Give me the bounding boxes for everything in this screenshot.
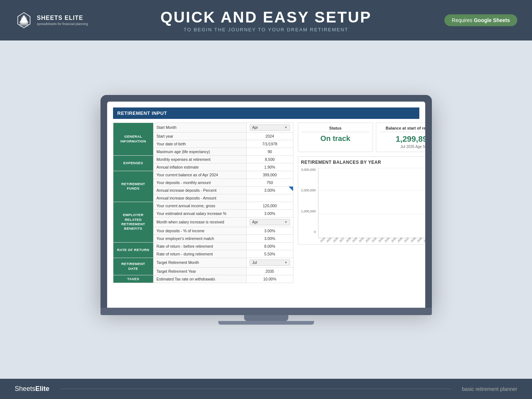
label-target-year: Target Retirement Year: [154, 267, 247, 275]
table-row: RETIREMENT DATE Target Retirement Month …: [113, 258, 293, 267]
value-start-month[interactable]: Apr ▼: [247, 123, 293, 132]
value-salary-increase: 3.00%: [247, 209, 293, 217]
logo-text: SHEETS ELITE spreadsheets for financial …: [37, 14, 88, 26]
status-value: On track: [301, 134, 370, 143]
table-row: RETIREMENT FUNDS Your current balance as…: [113, 171, 293, 179]
chart-area: 3,000,000 2,000,000 1,000,000 0: [301, 168, 425, 241]
label-max-age: Maximum age (life expectancy): [154, 148, 247, 155]
value-rate-before: 8.00%: [247, 242, 293, 250]
brand-tagline: spreadsheets for financial planning: [37, 22, 88, 27]
chart-y-labels: 3,000,000 2,000,000 1,000,000 0: [301, 168, 316, 241]
dropdown-value: Apr: [252, 126, 258, 130]
chart-bars-container: 2024202520262027202820292030203120322033…: [318, 168, 425, 241]
value-target-month[interactable]: Jul ▼: [247, 258, 293, 267]
logo-area: SHEETS ELITE spreadsheets for financial …: [15, 11, 88, 29]
value-inflation: 1.90%: [247, 163, 293, 171]
label-annual-increase-amt: Annual increase deposits - Amount: [154, 194, 247, 202]
status-section: Status On track Balance at start of reti…: [298, 123, 425, 152]
input-table: GENERAL INFORMATION Start Month Apr ▼: [113, 123, 293, 283]
spreadsheet-body: GENERAL INFORMATION Start Month Apr ▼: [113, 123, 419, 283]
label-monthly-deposit: Your deposits - monthly amount: [154, 179, 247, 186]
y-label-2m: 2,000,000: [301, 188, 316, 192]
value-tax-rate: 10.00%: [247, 275, 293, 283]
chevron-down-icon: ▼: [285, 126, 288, 129]
value-annual-increase-amt: [247, 194, 293, 202]
logo-icon: [15, 11, 33, 29]
footer-brand: SheetsElite: [15, 385, 49, 393]
table-row: RATE OF RETURN Rate of return - before r…: [113, 242, 293, 250]
label-annual-income: Your current annual income, gross: [154, 202, 247, 209]
category-expenses: EXPENSES: [113, 155, 154, 171]
label-pct-income: Your deposits - % of income: [154, 227, 247, 234]
label-inflation: Annual inflation estimate: [154, 163, 247, 171]
label-employer-match: Your employer's retirement match: [154, 234, 247, 242]
category-taxes: TAXES: [113, 275, 154, 283]
grid-line-mid1: [318, 191, 425, 191]
balance-box: Balance at start of retirement 1,299,891…: [376, 123, 425, 152]
footer-brand-bold: Elite: [35, 385, 49, 392]
category-retirement-funds: RETIREMENT FUNDS: [113, 171, 154, 202]
value-dob: 7/1/1978: [247, 140, 293, 148]
label-start-year: Start year: [154, 132, 247, 140]
main-title: QUICK AND EASY SETUP: [161, 8, 371, 26]
laptop-stand: [244, 315, 288, 321]
brand-name: SHEETS ELITE: [37, 14, 88, 22]
badge-bold: Google Sheets: [474, 17, 510, 23]
label-monthly-expenses: Monthly expenses at retirement: [154, 155, 247, 163]
status-label: Status: [301, 126, 370, 132]
label-salary-increase: Your estimated annual salary increase %: [154, 209, 247, 217]
value-annual-income: 120,000: [247, 202, 293, 209]
chart-grid: [318, 168, 425, 238]
category-rate: RATE OF RETURN: [113, 242, 154, 258]
value-current-balance: 399,000: [247, 171, 293, 179]
label-start-month: Start Month: [154, 123, 247, 132]
value-employer-match: 3.00%: [247, 234, 293, 242]
grid-line-top: [318, 168, 425, 168]
status-box: Status On track: [298, 123, 373, 152]
label-target-month: Target Retirement Month: [154, 258, 247, 267]
footer-divider: [60, 389, 451, 389]
dropdown-value: Apr: [252, 220, 258, 224]
laptop-foot: [218, 321, 314, 325]
label-salary-month: Month when salary increase is received: [154, 217, 247, 227]
y-label-0: 0: [301, 230, 316, 234]
table-row: EMPLOYER RELATED RETIREMENT BENEFITS You…: [113, 202, 293, 209]
value-monthly-deposit: 750: [247, 179, 293, 186]
chevron-down-icon: ▼: [285, 261, 288, 264]
value-target-year: 2035: [247, 267, 293, 275]
label-rate-during: Rate of return - during retirement: [154, 250, 247, 258]
category-retirement-date: RETIREMENT DATE: [113, 258, 154, 275]
right-panel: Status On track Balance at start of reti…: [298, 123, 425, 283]
laptop: RETIREMENT INPUT GENERAL INFORMATION Sta…: [101, 95, 432, 325]
laptop-screen-outer: RETIREMENT INPUT GENERAL INFORMATION Sta…: [101, 95, 432, 308]
value-rate-during: 5.50%: [247, 250, 293, 258]
footer: SheetsElite basic retirement planner: [0, 379, 532, 399]
chart-title: RETIREMENT BALANCES BY YEAR: [301, 160, 425, 165]
balance-label: Balance at start of retirement: [379, 126, 425, 132]
table-row: GENERAL INFORMATION Start Month Apr ▼: [113, 123, 293, 132]
label-tax-rate: Estimated Tax rate on withdrawals: [154, 275, 247, 283]
footer-product: basic retirement planner: [462, 386, 517, 392]
value-annual-increase-pct: 3.00%: [247, 186, 293, 194]
value-monthly-expenses: 8,500: [247, 155, 293, 163]
table-row: EXPENSES Monthly expenses at retirement …: [113, 155, 293, 163]
value-salary-month[interactable]: Apr ▼: [247, 217, 293, 227]
badge-text: Requires: [452, 17, 474, 23]
header: SHEETS ELITE spreadsheets for financial …: [0, 0, 532, 40]
value-start-year: 2024: [247, 132, 293, 140]
label-dob: Your date of birth: [154, 140, 247, 148]
laptop-base: [101, 308, 432, 315]
value-max-age: 90: [247, 148, 293, 155]
main-content: RETIREMENT INPUT GENERAL INFORMATION Sta…: [0, 40, 532, 379]
requires-badge: Requires Google Sheets: [444, 14, 517, 26]
label-current-balance: Your current balance as of Apr 2024: [154, 171, 247, 179]
category-employer: EMPLOYER RELATED RETIREMENT BENEFITS: [113, 202, 154, 242]
x-labels: 2024202520262027202820292030203120322033…: [318, 239, 425, 241]
header-title-block: QUICK AND EASY SETUP TO BEGIN THE JOURNE…: [161, 8, 371, 32]
chevron-down-icon: ▼: [285, 220, 288, 224]
chart-section: RETIREMENT BALANCES BY YEAR 3,000,000 2,…: [298, 156, 425, 245]
dropdown-value: Jul: [252, 261, 257, 265]
balance-value: 1,299,891: [379, 134, 425, 144]
label-rate-before: Rate of return - before retirement: [154, 242, 247, 250]
footer-brand-normal: Sheets: [15, 385, 35, 392]
